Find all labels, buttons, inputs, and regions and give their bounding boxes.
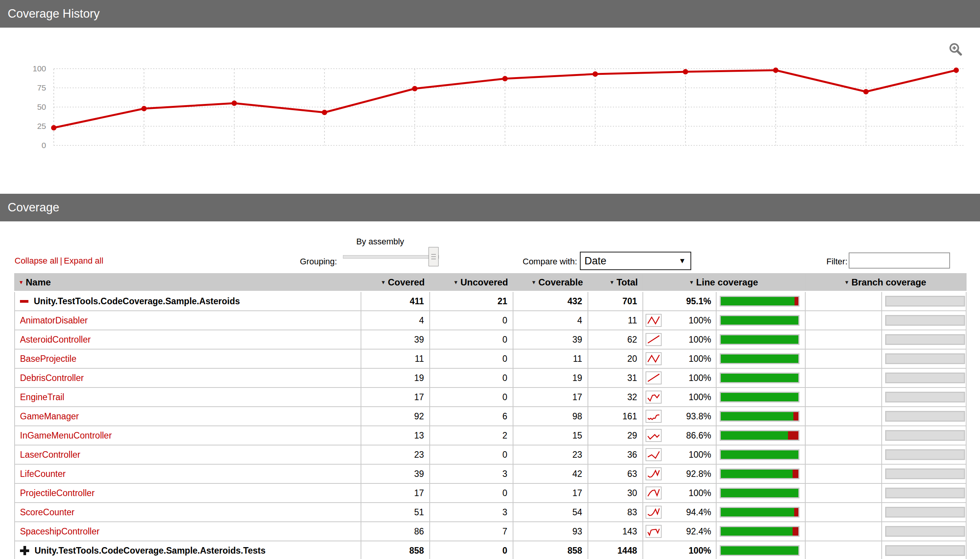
class-name-link[interactable]: ProjectileController — [20, 488, 95, 498]
coverage-history-sparkline-icon[interactable] — [645, 506, 662, 519]
total-cell: 161 — [588, 407, 643, 426]
uncovered-cell: 0 — [430, 541, 513, 559]
coverage-history-sparkline-icon[interactable] — [645, 486, 662, 499]
class-row: LaserController2302336100% — [15, 445, 966, 464]
select-dropdown-arrow-icon: ▼ — [678, 257, 686, 265]
coverable-cell: 98 — [513, 407, 588, 426]
branch-coverage-bar — [885, 545, 965, 556]
branch-coverage-bar — [885, 488, 965, 498]
expand-group-icon[interactable] — [20, 546, 29, 555]
class-row: AnimatorDisabler40411100% — [15, 311, 966, 330]
line-coverage-percent: 92.4% — [662, 526, 711, 537]
y-axis-tick-label: 0 — [41, 141, 46, 150]
assembly-group-row: Unity.TestTools.CodeCoverage.Sample.Aste… — [15, 541, 966, 559]
coverable-cell: 17 — [513, 483, 588, 503]
total-cell: 36 — [588, 445, 643, 464]
branch-coverage-percent-cell — [805, 541, 882, 559]
expand-all-link[interactable]: Expand all — [64, 256, 103, 266]
class-name-link[interactable]: SpaceshipController — [20, 526, 99, 537]
class-name-link[interactable]: AnimatorDisabler — [20, 315, 88, 326]
zoom-in-icon[interactable] — [948, 42, 963, 57]
covered-cell: 39 — [361, 330, 430, 349]
line-coverage-percent: 100% — [662, 392, 711, 402]
column-header-covered[interactable]: ▾ Covered — [361, 274, 430, 291]
total-cell: 30 — [588, 483, 643, 503]
coverage-history-sparkline-icon[interactable] — [645, 314, 662, 327]
coverage-report-page: { "sections": { "history": { "title": "C… — [0, 0, 980, 559]
coverage-history-sparkline-icon[interactable] — [645, 429, 662, 442]
coverage-table: ▾ Name ▾ Covered ▾ Uncovered ▾ Cov — [14, 273, 967, 559]
collapse-group-icon[interactable] — [20, 300, 28, 303]
coverage-history-sparkline-icon[interactable] — [645, 333, 662, 346]
grouping-slider-track[interactable] — [343, 255, 439, 259]
column-header-coverable[interactable]: ▾ Coverable — [513, 274, 588, 291]
line-coverage-bar-cell — [716, 522, 805, 541]
sort-arrow-icon: ▾ — [845, 280, 848, 285]
branch-coverage-bar-cell — [882, 483, 966, 503]
branch-coverage-percent-cell — [805, 522, 882, 541]
name-cell: LaserController — [15, 445, 361, 464]
coverage-history-sparkline-icon[interactable] — [645, 352, 662, 365]
class-row: LifeCounter393426392.8% — [15, 464, 966, 483]
line-coverage-bar-cell — [716, 291, 805, 311]
coverable-cell: 42 — [513, 464, 588, 483]
line-coverage-bar — [720, 334, 799, 345]
grouping-slider-thumb[interactable] — [429, 247, 439, 266]
class-name-link[interactable]: ScoreCounter — [20, 507, 75, 518]
class-name-link[interactable]: LifeCounter — [20, 469, 66, 479]
line-coverage-percent-cell: 92.8% — [643, 464, 716, 483]
filter-input[interactable] — [849, 253, 950, 269]
total-cell: 701 — [588, 291, 643, 311]
assembly-name: Unity.TestTools.CodeCoverage.Sample.Aste… — [34, 296, 240, 306]
uncovered-cell: 0 — [430, 330, 513, 349]
coverage-history-sparkline-icon[interactable] — [645, 448, 662, 461]
coverable-cell: 19 — [513, 368, 588, 387]
class-name-link[interactable]: BaseProjectile — [20, 354, 76, 364]
coverage-history-point — [592, 71, 598, 77]
uncovered-cell: 0 — [430, 368, 513, 387]
coverage-title: Coverage — [8, 201, 59, 214]
branch-coverage-bar-cell — [882, 522, 966, 541]
coverage-history-sparkline-icon[interactable] — [645, 390, 662, 404]
collapse-all-link[interactable]: Collapse all — [15, 256, 58, 266]
class-name-link[interactable]: LaserController — [20, 450, 80, 460]
uncovered-cell: 2 — [430, 426, 513, 445]
line-coverage-percent: 100% — [645, 546, 711, 556]
covered-cell: 17 — [361, 483, 430, 503]
line-coverage-percent: 100% — [662, 488, 711, 498]
coverage-history-sparkline-icon[interactable] — [645, 467, 662, 480]
line-coverage-bar-cell — [716, 464, 805, 483]
branch-coverage-percent-cell — [805, 464, 882, 483]
class-row: InGameMenuController132152986.6% — [15, 426, 966, 445]
column-header-line-coverage[interactable]: ▾ Line coverage — [643, 274, 805, 291]
coverage-history-sparkline-icon[interactable] — [645, 371, 662, 384]
class-name-link[interactable]: AsteroidController — [20, 334, 91, 345]
column-header-branch-coverage[interactable]: ▾ Branch coverage — [805, 274, 966, 291]
branch-coverage-percent-cell — [805, 503, 882, 522]
coverage-history-point — [412, 86, 418, 91]
class-name-link[interactable]: DebrisController — [20, 373, 84, 383]
branch-coverage-bar-cell — [882, 503, 966, 522]
line-coverage-percent-cell: 100% — [643, 483, 716, 503]
compare-with-select[interactable]: Date ▼ — [580, 252, 691, 270]
coverage-title-bar: Coverage — [0, 194, 980, 222]
class-name-link[interactable]: GameManager — [20, 411, 79, 422]
class-name-link[interactable]: InGameMenuController — [20, 430, 112, 441]
branch-coverage-bar — [885, 334, 965, 345]
line-coverage-percent: 100% — [662, 334, 711, 345]
column-header-total[interactable]: ▾ Total — [588, 274, 643, 291]
column-header-uncovered[interactable]: ▾ Uncovered — [430, 274, 513, 291]
branch-coverage-bar-cell — [882, 349, 966, 368]
coverage-history-sparkline-icon[interactable] — [645, 525, 662, 538]
branch-coverage-bar — [885, 411, 965, 422]
class-name-link[interactable]: EngineTrail — [20, 392, 64, 402]
coverage-history-sparkline-icon[interactable] — [645, 410, 662, 423]
line-coverage-bar-cell — [716, 541, 805, 559]
coverable-cell: 4 — [513, 311, 588, 330]
assembly-name: Unity.TestTools.CodeCoverage.Sample.Aste… — [35, 546, 266, 556]
name-cell: DebrisController — [15, 368, 361, 387]
coverable-cell: 93 — [513, 522, 588, 541]
column-header-name[interactable]: ▾ Name — [15, 274, 361, 291]
line-coverage-percent-cell: 100% — [643, 541, 716, 559]
line-coverage-percent: 94.4% — [662, 507, 711, 518]
